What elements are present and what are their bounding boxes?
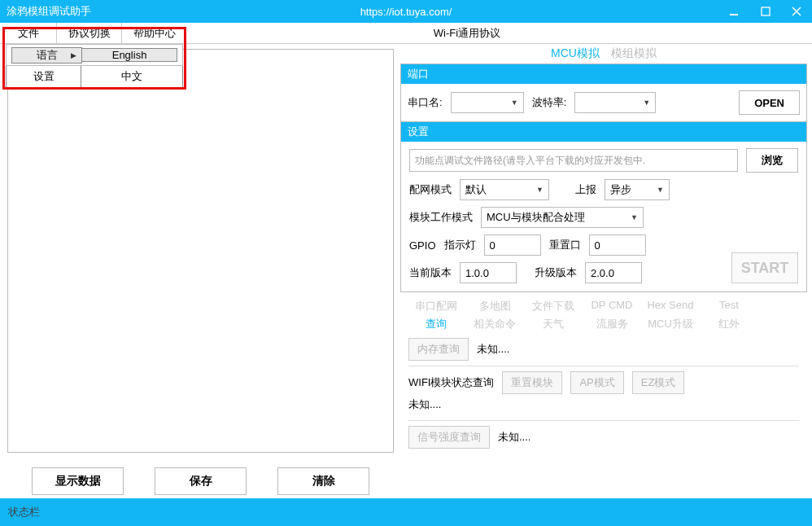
submenu-settings[interactable]: 设置 [6, 66, 81, 88]
chevron-right-icon: ▶ [71, 51, 76, 59]
menu-file[interactable]: 文件 [0, 23, 57, 43]
show-data-button[interactable]: 显示数据 [32, 467, 124, 495]
menu-help-center[interactable]: 帮助中心 [122, 23, 187, 43]
workmode-select[interactable]: MCU与模块配合处理▼ [481, 207, 644, 228]
caret-down-icon: ▼ [643, 99, 650, 107]
ap-mode-button[interactable]: AP模式 [570, 371, 623, 394]
settings-header: 设置 [401, 122, 806, 142]
subtab-test[interactable]: Test [700, 297, 758, 315]
content: 显示数据 保存 清除 MCU模拟 模组模拟 端口 串口名: ▼ 波特率: ▼ O… [0, 44, 812, 495]
subtab-file-dl[interactable]: 文件下载 [524, 297, 583, 315]
menu-protocol-switch[interactable]: 协议切换 [57, 23, 122, 43]
sim-tabs: MCU模拟 模组模拟 [400, 44, 807, 64]
reset-label: 重置口 [549, 238, 581, 252]
cur-ver-label: 当前版本 [409, 265, 452, 280]
minimize-button[interactable] [719, 0, 750, 23]
subtab-stream[interactable]: 流服务 [583, 315, 641, 333]
left-pane: 显示数据 保存 清除 [0, 44, 399, 495]
caret-down-icon: ▼ [536, 186, 544, 194]
baud-label: 波特率: [532, 95, 567, 110]
signal-query-button[interactable]: 信号强度查询 [408, 426, 490, 449]
tab-mcu-sim[interactable]: MCU模拟 [551, 46, 600, 61]
file-submenu: 语言▶ English 设置 中文 [6, 44, 183, 88]
subtabs: 串口配网 多地图 文件下载 DP CMD Hex Send Test 查询 相关… [400, 292, 807, 335]
subtab-query[interactable]: 查询 [407, 315, 465, 333]
baud-select[interactable]: ▼ [574, 92, 656, 113]
reset-input[interactable]: 0 [589, 235, 646, 256]
menubar: 文件 协议切换 帮助中心 Wi-Fi通用协议 [0, 23, 812, 44]
settings-panel: 设置 功能点调试文件路径(请导入平台下载的对应开发包中. 浏览 配网模式 默认▼… [400, 122, 807, 292]
submenu-chinese[interactable]: 中文 [81, 66, 183, 88]
browse-button[interactable]: 浏览 [746, 148, 798, 173]
report-select[interactable]: 异步▼ [605, 179, 670, 200]
protocol-title: Wi-Fi通用协议 [187, 23, 812, 43]
svg-rect-0 [730, 14, 738, 15]
subtab-weather[interactable]: 天气 [524, 315, 583, 333]
reset-module-button[interactable]: 重置模块 [502, 371, 562, 394]
serial-select[interactable]: ▼ [451, 92, 524, 113]
open-button[interactable]: OPEN [739, 90, 800, 115]
window-controls [719, 0, 812, 23]
start-button[interactable]: START [731, 252, 798, 283]
statusbar: 状态栏 [0, 498, 812, 526]
statusbar-text: 状态栏 [8, 505, 40, 519]
workmode-label: 模块工作模式 [409, 210, 473, 225]
ez-mode-button[interactable]: EZ模式 [632, 371, 685, 394]
submenu-language[interactable]: 语言▶ [11, 47, 82, 64]
up-ver-label: 升级版本 [535, 265, 577, 280]
maximize-button[interactable] [750, 0, 781, 23]
svg-rect-1 [762, 7, 770, 15]
caret-down-icon: ▼ [631, 213, 638, 221]
titlebar: 涂鸦模组调试助手 https://iot.tuya.com/ [0, 0, 812, 23]
gpio-label: GPIO [409, 239, 436, 252]
tab-module-sim[interactable]: 模组模拟 [611, 46, 657, 61]
port-panel: 端口 串口名: ▼ 波特率: ▼ OPEN [400, 64, 807, 122]
subtab-serial-net[interactable]: 串口配网 [407, 297, 465, 315]
signal-status: 未知.... [498, 430, 530, 445]
wifi-status-label: WIFI模块状态查询 [408, 375, 494, 390]
url-label: https://iot.tuya.com/ [360, 6, 452, 18]
port-header: 端口 [401, 64, 806, 84]
indicator-input[interactable]: 0 [484, 235, 541, 256]
subtab-multimap[interactable]: 多地图 [465, 297, 524, 315]
subtab-ir[interactable]: 红外 [700, 315, 758, 333]
caret-down-icon: ▼ [657, 186, 664, 194]
path-input[interactable]: 功能点调试文件路径(请导入平台下载的对应开发包中. [409, 149, 738, 172]
mem-query-button[interactable]: 内存查询 [408, 338, 469, 361]
log-textarea[interactable] [7, 49, 394, 453]
submenu-english[interactable]: English [82, 48, 177, 62]
app-title: 涂鸦模组调试助手 [0, 4, 91, 19]
up-ver-input[interactable]: 2.0.0 [585, 262, 642, 283]
right-pane: MCU模拟 模组模拟 端口 串口名: ▼ 波特率: ▼ OPEN 设置 功能点调… [399, 44, 812, 495]
clear-button[interactable]: 清除 [277, 467, 369, 495]
indicator-label: 指示灯 [444, 238, 476, 252]
netmode-label: 配网模式 [409, 182, 452, 197]
subtab-dp-cmd[interactable]: DP CMD [583, 297, 641, 315]
subtab-related-cmd[interactable]: 相关命令 [465, 315, 524, 333]
wifi-status-value: 未知.... [408, 394, 799, 415]
subtab-mcu-upgrade[interactable]: MCU升级 [641, 315, 700, 333]
query-section: 内存查询 未知.... WIFI模块状态查询 重置模块 AP模式 EZ模式 未知… [400, 335, 807, 450]
save-button[interactable]: 保存 [155, 467, 247, 495]
report-label: 上报 [575, 182, 596, 197]
close-button[interactable] [781, 0, 812, 23]
caret-down-icon: ▼ [511, 99, 518, 107]
mem-status: 未知.... [477, 342, 509, 357]
serial-label: 串口名: [408, 95, 443, 110]
subtab-hex-send[interactable]: Hex Send [641, 297, 700, 315]
netmode-select[interactable]: 默认▼ [460, 179, 549, 200]
cur-ver-input[interactable]: 1.0.0 [460, 262, 517, 283]
